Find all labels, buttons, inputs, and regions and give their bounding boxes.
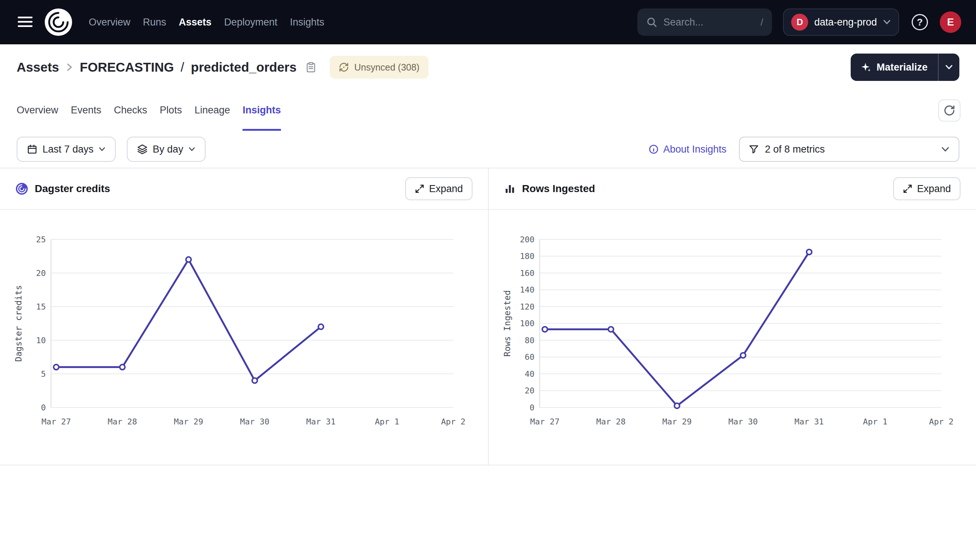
tab-plots[interactable]: Plots [160,90,182,131]
svg-text:140: 140 [520,285,535,294]
dagster-logo-icon [44,8,72,36]
dagster-credits-icon [15,182,28,195]
svg-text:Mar 30: Mar 30 [240,417,269,426]
asset-name: predicted_orders [191,60,296,75]
svg-text:Apr 2: Apr 2 [441,417,465,426]
calendar-icon [27,144,37,154]
tab-checks[interactable]: Checks [114,90,147,131]
search-box[interactable]: Search... / [637,8,772,36]
expand-icon [415,184,424,193]
expand-button[interactable]: Expand [893,177,961,200]
chevron-down-icon [99,147,105,152]
chevron-down-icon [941,147,950,152]
materialize-label: Materialize [877,62,928,73]
menu-button[interactable] [15,13,35,32]
filter-right-group: About Insights 2 of 8 metrics [648,137,959,162]
deployment-switcher[interactable]: D data-eng-prod [783,8,899,36]
unsynced-badge[interactable]: Unsynced (308) [330,56,428,79]
svg-text:10: 10 [36,336,46,345]
chart-panel-header: Dagster credits Expand [0,168,488,210]
date-range-label: Last 7 days [42,144,94,155]
help-icon[interactable]: ? [912,14,928,30]
primary-nav: Overview Runs Assets Deployment Insights [89,17,324,28]
svg-text:Mar 27: Mar 27 [42,417,70,426]
svg-text:Mar 27: Mar 27 [530,417,559,426]
about-insights-link[interactable]: About Insights [648,144,727,155]
unsynced-badge-label: Unsynced (308) [354,62,419,73]
expand-button[interactable]: Expand [405,177,473,200]
chevron-down-icon [945,65,953,70]
svg-text:Mar 28: Mar 28 [596,417,625,426]
insights-filter-bar: Last 7 days By day About Insights 2 of 8… [0,131,976,168]
materialize-button[interactable]: Materialize [851,53,938,81]
refresh-icon [943,105,955,117]
layers-icon [137,144,147,154]
metrics-selector[interactable]: 2 of 8 metrics [739,137,959,162]
top-nav: Overview Runs Assets Deployment Insights… [0,0,976,44]
chevron-down-icon [883,20,891,25]
breadcrumb-assets-link[interactable]: Assets [17,60,59,75]
svg-text:180: 180 [520,252,535,261]
svg-text:20: 20 [525,386,534,395]
rows-ingested-chart[interactable]: 020406080100120140160180200Mar 27Mar 28M… [489,210,976,465]
svg-text:25: 25 [36,235,46,244]
breadcrumb-group[interactable]: FORECASTING [80,60,174,75]
nav-runs[interactable]: Runs [143,17,166,28]
copy-icon[interactable] [305,62,316,73]
nav-assets[interactable]: Assets [179,17,212,28]
svg-text:Rows Ingested: Rows Ingested [502,290,512,357]
user-avatar[interactable]: E [940,12,961,33]
refresh-button[interactable] [938,99,961,122]
deployment-badge: D [791,14,808,31]
chevron-right-icon [66,63,73,72]
help-glyph: ? [917,17,923,28]
nav-overview[interactable]: Overview [89,17,130,28]
svg-text:Mar 28: Mar 28 [108,417,137,426]
chart-body: 0510152025Mar 27Mar 28Mar 29Mar 30Mar 31… [0,210,488,465]
dagster-logo[interactable] [44,8,72,36]
svg-text:160: 160 [520,268,535,278]
svg-text:Apr 1: Apr 1 [375,417,399,426]
breadcrumb: Assets FORECASTING / predicted_orders [17,60,316,75]
chart-panel-dagster-credits: Dagster credits Expand 0510152025Mar 27M… [0,168,488,465]
svg-text:Mar 30: Mar 30 [728,417,757,426]
chart-body: 020406080100120140160180200Mar 27Mar 28M… [489,210,976,465]
search-icon [646,17,657,28]
insights-charts-grid: Dagster credits Expand 0510152025Mar 27M… [0,168,976,465]
svg-text:Dagster credits: Dagster credits [14,285,23,362]
svg-text:15: 15 [36,302,46,312]
sync-icon [339,62,349,72]
svg-text:60: 60 [525,352,534,362]
svg-text:100: 100 [520,319,535,328]
sparkle-icon [861,62,871,72]
svg-text:0: 0 [530,403,535,412]
funnel-icon [749,144,759,154]
tab-overview[interactable]: Overview [17,90,58,131]
hamburger-icon [18,16,33,28]
materialize-dropdown-button[interactable] [938,53,959,81]
expand-label: Expand [429,183,463,195]
nav-deployment[interactable]: Deployment [224,17,277,28]
dagster-credits-chart[interactable]: 0510152025Mar 27Mar 28Mar 29Mar 30Mar 31… [0,210,488,465]
asset-tabs: Overview Events Checks Plots Lineage Ins… [0,90,976,131]
tab-lineage[interactable]: Lineage [194,90,230,131]
svg-text:Apr 1: Apr 1 [863,417,887,426]
chart-panel-rows-ingested: Rows Ingested Expand 0204060801001201401… [488,168,976,465]
deployment-name: data-eng-prod [814,17,877,28]
granularity-filter[interactable]: By day [127,137,206,162]
materialize-split-button: Materialize [851,53,959,81]
svg-text:Mar 29: Mar 29 [662,417,692,426]
tab-insights[interactable]: Insights [242,90,281,131]
date-range-filter[interactable]: Last 7 days [17,137,116,162]
expand-label: Expand [917,183,951,195]
metrics-selector-label: 2 of 8 metrics [765,144,825,155]
asset-header: Assets FORECASTING / predicted_orders Un… [0,44,976,90]
svg-text:Mar 29: Mar 29 [174,417,203,426]
expand-icon [903,184,912,193]
tab-events[interactable]: Events [71,90,102,131]
nav-insights[interactable]: Insights [290,17,324,28]
svg-text:Mar 31: Mar 31 [794,417,824,426]
svg-text:20: 20 [36,268,46,278]
chart-title: Dagster credits [35,183,110,195]
search-shortcut-hint: / [760,17,763,28]
